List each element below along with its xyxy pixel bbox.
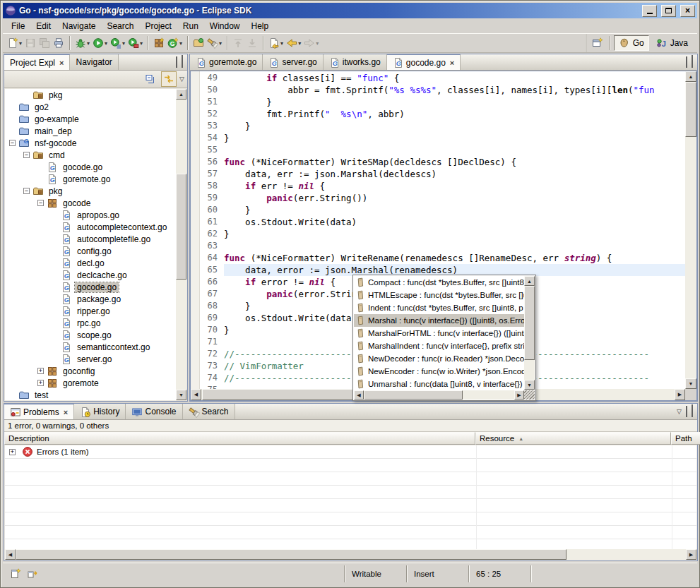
back-dropdown-arrow[interactable]: ▾	[298, 40, 301, 47]
close-tab-icon[interactable]: ×	[450, 59, 454, 67]
run-dropdown-arrow[interactable]: ▾	[105, 40, 107, 47]
expand-expander-icon[interactable]: +	[37, 380, 44, 386]
popup-vertical-scrollbar[interactable]: ▲ ▼	[524, 276, 535, 390]
expand-expander-icon[interactable]: +	[37, 368, 44, 374]
print-button[interactable]	[52, 35, 66, 52]
forward-button[interactable]: ▾	[302, 35, 320, 52]
new-go-element-dropdown-arrow[interactable]: ▾	[179, 40, 182, 47]
menu-file[interactable]: File	[6, 19, 30, 33]
external-tools-dropdown-arrow[interactable]: ▾	[140, 40, 143, 47]
problems-view-menu[interactable]: ▽	[677, 408, 682, 415]
collapse-expander-icon[interactable]: −	[37, 200, 44, 206]
tree-item-go2[interactable]: go2	[5, 101, 186, 113]
open-perspective-button[interactable]	[591, 35, 605, 52]
problems-maximize-button[interactable]	[692, 407, 693, 416]
problems-tab-history[interactable]: History	[74, 404, 126, 419]
tree-item-main-dep[interactable]: main_dep	[5, 125, 186, 137]
tree-item-test[interactable]: test	[5, 389, 186, 400]
new-go-element-button[interactable]: G▾	[166, 35, 184, 52]
completion-item-newencoder[interactable]: NewEncoder : func(w io.Writer) *json.Enc…	[354, 365, 524, 378]
tree-item-gocode[interactable]: −gocode	[5, 197, 186, 209]
problems-row-errors-1-item[interactable]: +Errors (1 item)	[5, 445, 696, 459]
explorer-tab-navigator[interactable]: Navigator	[70, 54, 118, 70]
editor-tab-gocode-go[interactable]: Ggocode.go×	[387, 54, 461, 70]
tree-item-rpc-go[interactable]: Grpc.go	[5, 317, 186, 329]
editor-vertical-scrollbar[interactable]: ▲ ▼	[685, 71, 696, 389]
tree-item-apropos-go[interactable]: Gapropos.go	[5, 209, 186, 221]
problems-tab-console[interactable]: Console	[126, 404, 182, 419]
collapse-expander-icon[interactable]: −	[23, 152, 30, 158]
popup-hscroll-thumb[interactable]	[364, 390, 463, 400]
run-history-dropdown-arrow[interactable]: ▾	[122, 40, 125, 47]
close-tab-icon[interactable]: ×	[64, 408, 68, 416]
open-type-button[interactable]	[191, 35, 206, 52]
problems-scroll-right-arrow[interactable]: ▶	[686, 549, 696, 560]
tree-scroll-down-arrow[interactable]: ▼	[176, 390, 186, 400]
tree-item-goremote-go[interactable]: Ggoremote.go	[5, 173, 186, 185]
completion-item-compact[interactable]: Compact : func(dst *bytes.Buffer, src []…	[354, 276, 524, 289]
tree-item-semanticcontext-go[interactable]: Gsemanticcontext.go	[5, 341, 186, 353]
forward-dropdown-arrow[interactable]: ▾	[316, 40, 319, 47]
run-button[interactable]: ▾	[91, 35, 109, 52]
column-header-description[interactable]: Description	[4, 432, 475, 445]
explorer-view-menu[interactable]: ▽	[179, 76, 184, 83]
tree-item-config-go[interactable]: Gconfig.go	[5, 245, 186, 257]
tree-item-ripper-go[interactable]: Gripper.go	[5, 305, 186, 317]
last-edit-location-button[interactable]: ▾	[267, 35, 285, 52]
new-fast-view-icon[interactable]	[10, 568, 21, 580]
explorer-minimize-button[interactable]	[176, 57, 177, 67]
run-history-button[interactable]: ▾	[109, 35, 126, 52]
expand-expander-icon[interactable]: +	[9, 449, 16, 455]
external-tools-button[interactable]: ▾	[126, 35, 144, 52]
back-button[interactable]: ▾	[285, 35, 302, 52]
tree-item-goremote[interactable]: +goremote	[5, 377, 186, 389]
search-dropdown-arrow[interactable]: ▾	[219, 40, 222, 47]
popup-scroll-right-arrow[interactable]: ▶	[514, 390, 524, 400]
menu-edit[interactable]: Edit	[30, 19, 57, 33]
editor-scroll-up-arrow[interactable]: ▲	[685, 71, 696, 82]
tree-item-gocode-go[interactable]: Ggocode.go	[5, 281, 186, 293]
debug-button[interactable]: ▾	[73, 35, 91, 52]
editor-tab-server-go[interactable]: Gserver.go	[263, 54, 323, 70]
completion-item-htmlescape[interactable]: HTMLEscape : func(dst *bytes.Buffer, src…	[354, 289, 524, 301]
column-header-path[interactable]: Path	[671, 432, 700, 445]
editor-tab-itworks-go[interactable]: Gitworks.go	[324, 54, 387, 70]
menu-window[interactable]: Window	[204, 19, 246, 33]
completion-item-newdecoder[interactable]: NewDecoder : func(r io.Reader) *json.Dec…	[354, 352, 524, 365]
menu-search[interactable]: Search	[101, 19, 139, 33]
close-tab-icon[interactable]: ×	[59, 59, 64, 67]
link-with-editor-button[interactable]	[161, 71, 177, 87]
tree-item-server-go[interactable]: Gserver.go	[5, 353, 186, 365]
perspective-go[interactable]: Go	[614, 35, 649, 51]
save-all-button[interactable]	[37, 35, 52, 52]
previous-annotation-button[interactable]	[231, 35, 245, 52]
editor-scroll-down-arrow[interactable]: ▼	[685, 378, 696, 389]
menu-project[interactable]: Project	[139, 19, 177, 33]
problems-minimize-button[interactable]	[686, 407, 687, 416]
column-header-resource[interactable]: Resource▲	[475, 432, 671, 445]
menu-navigate[interactable]: Navigate	[57, 19, 101, 33]
search-button[interactable]: ▾	[206, 35, 223, 52]
editor-scroll-right-arrow[interactable]: ▶	[675, 389, 685, 400]
collapse-expander-icon[interactable]: −	[23, 188, 30, 194]
completion-item-unmarshal[interactable]: Unmarshal : func(data []uint8, v interfa…	[354, 378, 524, 390]
tree-item-decl-go[interactable]: Gdecl.go	[5, 257, 186, 269]
collapse-expander-icon[interactable]: −	[9, 140, 16, 146]
editor-scroll-thumb[interactable]	[685, 82, 696, 137]
completion-item-marshalforhtml[interactable]: MarshalForHTML : func(v interface{}) ([]…	[354, 327, 524, 340]
popup-scroll-up-arrow[interactable]: ▲	[524, 276, 535, 286]
problems-horizontal-scrollbar[interactable]: ◀ ▶	[5, 549, 696, 560]
new-wizard-dropdown-arrow[interactable]: ▾	[19, 40, 22, 47]
explorer-maximize-button[interactable]	[182, 57, 183, 67]
minimize-button[interactable]	[642, 5, 657, 17]
tree-item-cmd[interactable]: −cmd	[5, 149, 186, 161]
popup-resize-grip[interactable]	[524, 390, 535, 400]
tree-item-go-example[interactable]: go-example	[5, 113, 186, 125]
problems-tab-problems[interactable]: Problems×	[4, 404, 74, 419]
new-wizard-button[interactable]: ▾	[6, 35, 23, 52]
editor-maximize-button[interactable]	[692, 57, 693, 67]
tree-item-nsf-gocode[interactable]: −Gnsf-gocode	[5, 137, 186, 149]
completion-item-indent[interactable]: Indent : func(dst *bytes.Buffer, src []u…	[354, 301, 524, 314]
tree-item-goconfig[interactable]: +goconfig	[5, 365, 186, 377]
perspective-java[interactable]: JJava	[651, 35, 693, 51]
